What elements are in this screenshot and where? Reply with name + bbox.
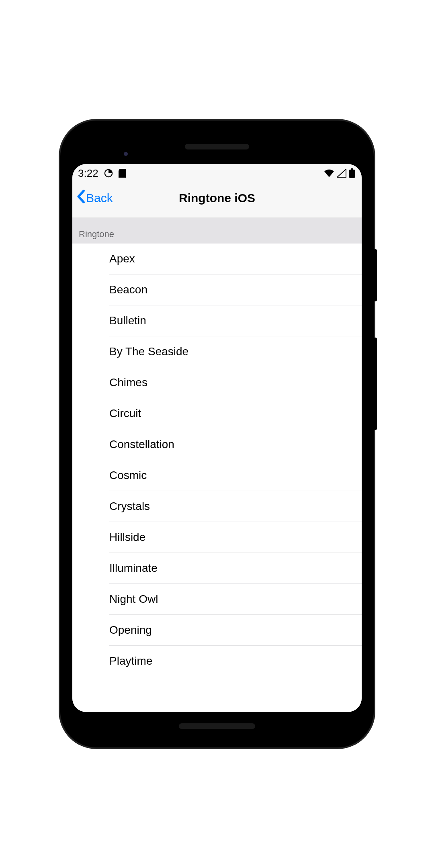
ringtone-item[interactable]: Illuminate bbox=[109, 553, 362, 584]
ringtone-item[interactable]: Circuit bbox=[109, 398, 362, 429]
ringtone-item[interactable]: Opening bbox=[109, 615, 362, 646]
ringtone-item[interactable]: Hillside bbox=[109, 522, 362, 553]
svg-rect-1 bbox=[351, 168, 353, 170]
phone-inner: 3:22 bbox=[68, 128, 366, 740]
status-right bbox=[324, 168, 355, 178]
ringtone-item[interactable]: Beacon bbox=[109, 274, 362, 305]
phone-frame: 3:22 bbox=[60, 121, 374, 747]
power-button bbox=[374, 249, 377, 301]
ringtone-list[interactable]: ApexBeaconBulletinBy The SeasideChimesCi… bbox=[72, 244, 362, 712]
ringtone-item[interactable]: Apex bbox=[109, 244, 362, 274]
back-button[interactable]: Back bbox=[76, 190, 113, 206]
back-label: Back bbox=[86, 191, 113, 205]
status-time: 3:22 bbox=[78, 167, 98, 180]
bottom-grill bbox=[179, 723, 255, 729]
ringtone-item[interactable]: Bulletin bbox=[109, 305, 362, 336]
status-left: 3:22 bbox=[78, 167, 126, 180]
speaker-grill bbox=[185, 144, 249, 149]
ringtone-item[interactable]: Crystals bbox=[109, 491, 362, 522]
chevron-left-icon bbox=[76, 190, 85, 206]
page-title: Ringtone iOS bbox=[179, 191, 255, 205]
cellular-icon bbox=[337, 169, 346, 178]
volume-button bbox=[374, 338, 377, 430]
ringtone-item[interactable]: By The Seaside bbox=[109, 336, 362, 367]
front-camera bbox=[124, 152, 128, 156]
data-saver-icon bbox=[104, 169, 113, 178]
ringtone-item[interactable]: Constellation bbox=[109, 429, 362, 460]
ringtone-item[interactable]: Cosmic bbox=[109, 460, 362, 491]
ringtone-item[interactable]: Chimes bbox=[109, 367, 362, 398]
section-header-ringtone: Ringtone bbox=[72, 218, 362, 244]
nav-bar: Back Ringtone iOS bbox=[72, 182, 362, 218]
svg-rect-2 bbox=[349, 170, 355, 178]
wifi-icon bbox=[324, 169, 334, 177]
ringtone-item[interactable]: Night Owl bbox=[109, 584, 362, 615]
ringtone-item[interactable]: Playtime bbox=[109, 646, 362, 676]
status-bar: 3:22 bbox=[72, 164, 362, 182]
sim-card-icon bbox=[119, 169, 126, 178]
battery-icon bbox=[349, 168, 355, 178]
screen: 3:22 bbox=[72, 164, 362, 712]
